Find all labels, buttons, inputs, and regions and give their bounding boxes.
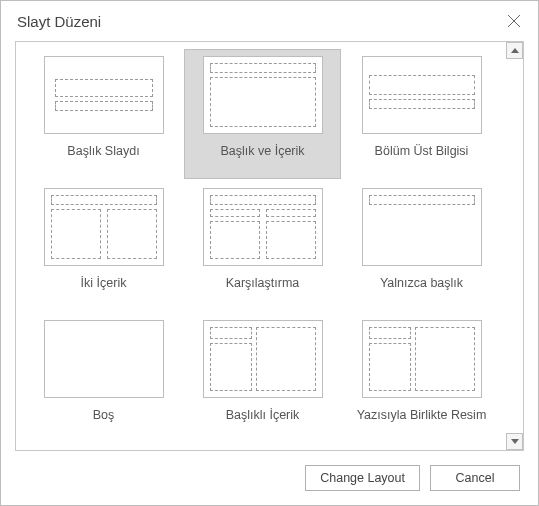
layout-label: Başlıklı İçerik bbox=[226, 408, 300, 422]
layout-option-comparison[interactable]: Karşılaştırma bbox=[185, 182, 340, 310]
layout-thumb bbox=[44, 320, 164, 398]
layout-label: Yalnızca başlık bbox=[380, 276, 463, 290]
svg-marker-2 bbox=[511, 48, 519, 53]
scroll-down-button[interactable] bbox=[506, 433, 523, 450]
dialog-title: Slayt Düzeni bbox=[17, 13, 101, 30]
cancel-button[interactable]: Cancel bbox=[430, 465, 520, 491]
layout-label: Karşılaştırma bbox=[226, 276, 300, 290]
layout-thumb bbox=[203, 320, 323, 398]
layout-option-title-slide[interactable]: Başlık Slaydı bbox=[26, 50, 181, 178]
layout-option-title-content[interactable]: Başlık ve İçerik bbox=[185, 50, 340, 178]
layout-label: İki İçerik bbox=[81, 276, 127, 290]
layout-option-picture-caption[interactable]: Yazısıyla Birlikte Resim bbox=[344, 314, 499, 442]
slide-layout-dialog: Slayt Düzeni Başlık Slaydı bbox=[0, 0, 539, 506]
scroll-up-button[interactable] bbox=[506, 42, 523, 59]
layout-thumb bbox=[362, 188, 482, 266]
titlebar: Slayt Düzeni bbox=[1, 1, 538, 37]
layout-thumb bbox=[44, 188, 164, 266]
close-icon[interactable] bbox=[504, 11, 524, 31]
layout-thumb bbox=[362, 56, 482, 134]
layout-thumb bbox=[44, 56, 164, 134]
layout-option-blank[interactable]: Boş bbox=[26, 314, 181, 442]
layout-label: Boş bbox=[93, 408, 115, 422]
layout-label: Yazısıyla Birlikte Resim bbox=[357, 408, 487, 422]
layout-option-section-header[interactable]: Bölüm Üst Bilgisi bbox=[344, 50, 499, 178]
layout-grid: Başlık Slaydı Başlık ve İçerik Bölüm Üst… bbox=[26, 50, 499, 442]
svg-marker-3 bbox=[511, 439, 519, 444]
layout-thumb bbox=[362, 320, 482, 398]
change-layout-button[interactable]: Change Layout bbox=[305, 465, 420, 491]
layout-thumb bbox=[203, 188, 323, 266]
layout-label: Başlık Slaydı bbox=[67, 144, 139, 158]
layout-label: Bölüm Üst Bilgisi bbox=[375, 144, 469, 158]
dialog-footer: Change Layout Cancel bbox=[305, 465, 520, 491]
layout-thumb bbox=[203, 56, 323, 134]
layout-list-frame: Başlık Slaydı Başlık ve İçerik Bölüm Üst… bbox=[15, 41, 524, 451]
layout-option-two-content[interactable]: İki İçerik bbox=[26, 182, 181, 310]
layout-option-content-caption[interactable]: Başlıklı İçerik bbox=[185, 314, 340, 442]
layout-label: Başlık ve İçerik bbox=[220, 144, 304, 158]
layout-option-title-only[interactable]: Yalnızca başlık bbox=[344, 182, 499, 310]
